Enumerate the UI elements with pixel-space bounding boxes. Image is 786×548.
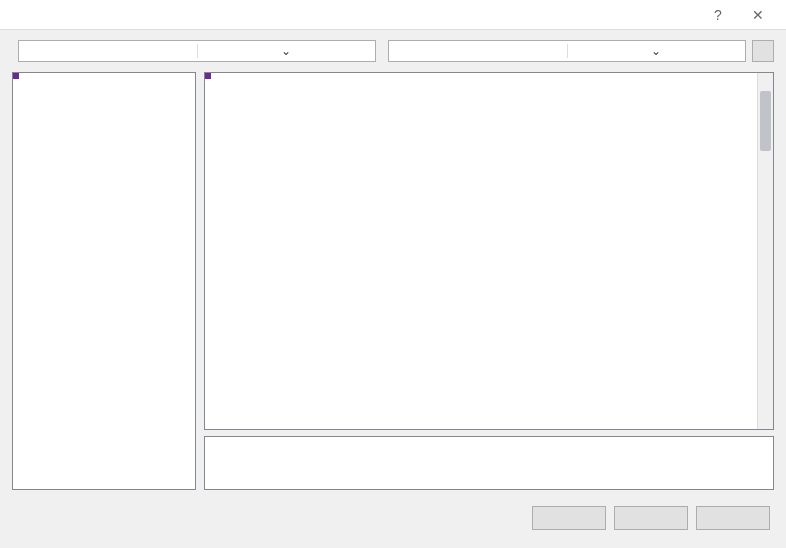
property-grid[interactable]: [204, 72, 774, 430]
apply-button[interactable]: [696, 506, 770, 530]
description-panel: [204, 436, 774, 490]
scrollbar[interactable]: [757, 73, 773, 429]
config-manager-button[interactable]: [752, 40, 774, 62]
nav-tree[interactable]: [12, 72, 196, 490]
platform-dropdown[interactable]: ⌄: [388, 40, 746, 62]
chevron-down-icon: ⌄: [567, 44, 746, 58]
cancel-button[interactable]: [614, 506, 688, 530]
ok-button[interactable]: [532, 506, 606, 530]
highlight-box: [13, 73, 19, 79]
config-toolbar: ⌄ ⌄: [0, 30, 786, 72]
close-icon[interactable]: ✕: [738, 7, 778, 23]
config-dropdown[interactable]: ⌄: [18, 40, 376, 62]
chevron-down-icon: ⌄: [197, 44, 376, 58]
titlebar: ? ✕: [0, 0, 786, 30]
button-bar: [0, 498, 786, 538]
help-icon[interactable]: ?: [698, 7, 738, 23]
